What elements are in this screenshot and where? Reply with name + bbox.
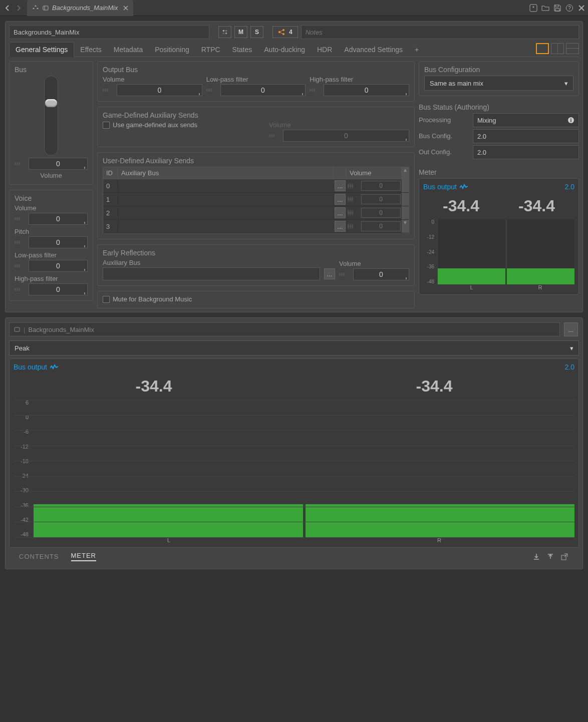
tab-advanced[interactable]: Advanced Settings (338, 43, 409, 57)
slider-grip-icon[interactable] (15, 237, 27, 247)
voice-pitch-value[interactable]: 0 (29, 236, 88, 248)
er-volume-value[interactable]: 0 (353, 268, 409, 280)
bus-volume-slider[interactable] (44, 76, 58, 156)
scroll-track (402, 179, 409, 192)
lower-browse-button[interactable]: ... (564, 322, 578, 336)
early-refl-group: Early Reflections Auxiliary Bus ... Volu… (97, 244, 415, 286)
view-stack-button[interactable] (566, 43, 579, 54)
tab-autoducking[interactable]: Auto-ducking (258, 43, 311, 57)
tab-effects[interactable]: Effects (74, 43, 108, 57)
processing-label: Processing (419, 116, 469, 124)
document-tab[interactable]: Backgrounds_MainMix (27, 0, 133, 16)
slider-grip-icon[interactable] (15, 214, 27, 224)
aux-browse-button[interactable]: ... (335, 207, 346, 218)
voice-hpf-value[interactable]: 0 (29, 283, 88, 295)
slider-grip-icon[interactable] (15, 159, 27, 169)
tab-hdr[interactable]: HDR (311, 43, 338, 57)
bus-volume-label: Volume (40, 172, 62, 179)
table-row[interactable]: 3...0▼ (103, 220, 409, 233)
slider-grip-icon[interactable] (15, 261, 27, 271)
popout-icon[interactable] (560, 552, 569, 561)
use-game-aux-checkbox[interactable]: Use game-defined aux sends (103, 121, 264, 129)
tab-row: General Settings Effects Metadata Positi… (9, 42, 579, 57)
notes-field[interactable]: Notes (301, 25, 579, 39)
tab-metadata[interactable]: Metadata (108, 43, 149, 57)
ob-hpf-value[interactable]: 0 (324, 84, 409, 96)
bus-config-dropdown[interactable]: Same as main mix ▾ (424, 76, 573, 91)
voice-volume-value[interactable]: 0 (29, 213, 88, 225)
aux-browse-button[interactable]: ... (335, 194, 346, 205)
aux-browse-button[interactable]: ... (335, 221, 346, 232)
tab-rtpc[interactable]: RTPC (195, 43, 226, 57)
table-row[interactable]: 2...0 (103, 206, 409, 220)
svg-rect-17 (15, 327, 20, 331)
svg-point-12 (282, 33, 284, 35)
td-bus[interactable] (118, 211, 334, 214)
outconf-value: 2.0 (473, 145, 579, 159)
scroll-up-icon[interactable]: ▲ (402, 167, 409, 179)
slider-grip-icon[interactable] (339, 269, 351, 279)
svg-text:*: * (532, 5, 535, 11)
slider-grip-icon[interactable] (206, 85, 218, 95)
ob-lpf-value[interactable]: 0 (220, 84, 306, 96)
mute-bg-checkbox[interactable]: Mute for Background Music (103, 295, 409, 303)
td-bus[interactable] (118, 198, 334, 201)
star-icon[interactable]: * (529, 4, 538, 13)
workspace-panel: Backgrounds_MainMix M S 4 Notes General … (5, 21, 583, 312)
game-aux-volume-value: 0 (283, 130, 409, 142)
th-volume[interactable]: Volume (347, 167, 402, 179)
meter-mode-dropdown[interactable]: Peak ▾ (9, 340, 579, 355)
view-split-button[interactable] (551, 43, 564, 54)
er-bus-field[interactable] (103, 267, 320, 280)
table-row[interactable]: 0...0 (103, 179, 409, 193)
tab-states[interactable]: States (226, 43, 258, 57)
footer-tab-meter[interactable]: METER (71, 552, 97, 561)
slider-grip-icon (348, 181, 360, 191)
aux-browse-button[interactable]: ... (335, 180, 346, 191)
big-meter-bar-r (306, 400, 575, 537)
folder-open-icon[interactable] (541, 4, 550, 13)
table-row[interactable]: 1...0 (103, 193, 409, 206)
bus-icon (42, 5, 49, 12)
nav-forward-icon[interactable] (13, 3, 24, 14)
th-bus[interactable]: Auxiliary Bus (118, 167, 334, 179)
mute-button[interactable]: M (234, 26, 247, 38)
svg-point-8 (223, 33, 224, 34)
help-icon[interactable]: ? (565, 4, 574, 13)
slider-grip-icon[interactable] (310, 85, 322, 95)
th-id[interactable]: ID (103, 167, 118, 179)
svg-text:i: i (570, 118, 572, 123)
bus-volume-value[interactable]: 0 (29, 158, 88, 170)
voice-lpf-value[interactable]: 0 (29, 260, 88, 272)
tab-positioning[interactable]: Positioning (149, 43, 195, 57)
slider-grip-icon[interactable] (15, 284, 27, 294)
close-icon[interactable] (577, 4, 586, 13)
scroll-down-icon[interactable]: ▼ (402, 220, 409, 233)
info-icon[interactable]: i (567, 117, 574, 124)
view-single-button[interactable] (536, 43, 549, 54)
er-browse-button[interactable]: ... (324, 268, 335, 279)
object-name-field[interactable]: Backgrounds_MainMix (9, 25, 209, 39)
nav-back-icon[interactable] (2, 3, 13, 14)
save-icon[interactable] (553, 4, 562, 13)
td-bus[interactable] (118, 184, 334, 187)
routing-button[interactable]: 4 (272, 26, 298, 38)
download-icon[interactable] (532, 552, 541, 561)
svg-point-7 (225, 30, 227, 32)
solo-button[interactable]: S (250, 26, 263, 38)
td-bus[interactable] (118, 225, 334, 228)
tab-close-icon[interactable] (123, 6, 128, 11)
aux-volume-value: 0 (361, 194, 401, 204)
slider-grip-icon[interactable] (103, 85, 115, 95)
lower-name-field[interactable]: | Backgrounds_MainMix (9, 322, 560, 336)
color-button[interactable] (218, 26, 231, 38)
meter-bar-r (506, 219, 574, 284)
tab-general-settings[interactable]: General Settings (9, 42, 74, 57)
big-meter-axis: 60-6-12-18-24-30-36-42-48 (14, 400, 32, 537)
busconf-label: Bus Config. (419, 132, 469, 140)
aux-volume-value: 0 (361, 181, 401, 191)
ob-volume-value[interactable]: 0 (117, 84, 202, 96)
footer-tab-contents[interactable]: CONTENTS (19, 553, 59, 560)
tab-add[interactable]: + (409, 43, 425, 57)
upload-icon[interactable] (546, 552, 555, 561)
